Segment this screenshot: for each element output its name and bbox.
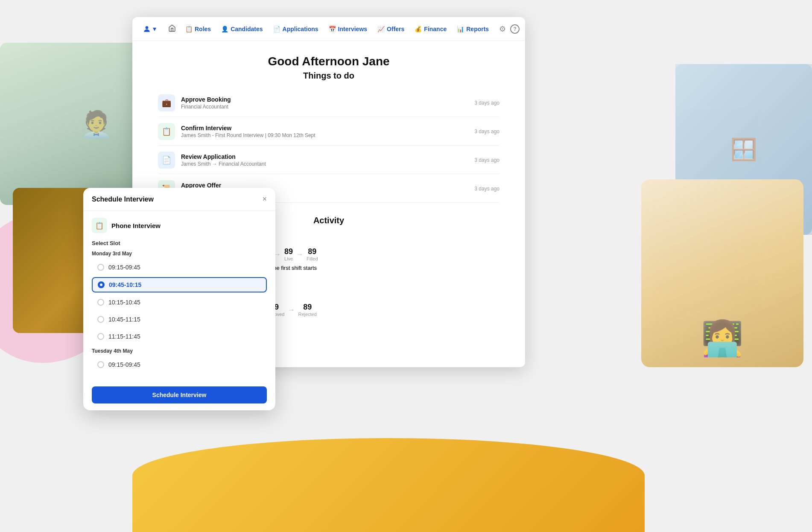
todo-item[interactable]: 💼 Approve Booking Financial Accountant 3… — [158, 89, 499, 117]
nav-applications-label: Applications — [283, 26, 318, 32]
todo-info: Review Application James Smith → Financi… — [181, 153, 468, 167]
todo-time: 3 days ago — [474, 100, 499, 106]
nav-interviews-label: Interviews — [338, 26, 367, 32]
todo-item[interactable]: 📄 Review Application James Smith → Finan… — [158, 146, 499, 174]
schedule-interview-button[interactable]: Schedule Interview — [92, 386, 267, 403]
todo-subtitle: Financial Accountant — [181, 104, 468, 110]
nav-reports-label: Reports — [466, 26, 489, 32]
stat-filled: 89 Filled — [307, 247, 318, 261]
todo-icon-review: 📄 — [158, 152, 175, 169]
stat-filled-label: Filled — [307, 256, 318, 261]
stat-rejected-label: Rejected — [298, 312, 316, 317]
nav-roles-label: Roles — [195, 26, 211, 32]
nav-offers[interactable]: 📈 Offers — [373, 23, 409, 35]
todo-item[interactable]: 📋 Confirm Interview James Smith - First … — [158, 118, 499, 146]
candidates-icon: 👤 — [221, 26, 228, 32]
things-to-do-title: Things to do — [158, 71, 499, 81]
radio-circle — [97, 299, 104, 306]
slot-time: 10:45-11:15 — [108, 316, 140, 323]
todo-list: 💼 Approve Booking Financial Accountant 3… — [158, 89, 499, 203]
nav-roles[interactable]: 📋 Roles — [181, 23, 215, 35]
nav-bar: ▾ 📋 Roles 👤 Candidates 📄 Applications 📅 … — [132, 17, 525, 41]
offers-icon: 📈 — [377, 26, 385, 32]
todo-info: Approve Booking Financial Accountant — [181, 96, 468, 110]
slot-option[interactable]: 10:45-11:15 — [92, 312, 267, 327]
todo-subtitle: James Smith - First Round Interview | 09… — [181, 132, 468, 138]
finance-icon: 💰 — [415, 26, 422, 32]
slot-option[interactable]: 11:15-11:45 — [92, 329, 267, 344]
todo-info: Confirm Interview James Smith - First Ro… — [181, 125, 468, 138]
svg-point-0 — [146, 26, 149, 29]
schedule-interview-modal: Schedule Interview × 📋 Phone Interview S… — [83, 188, 275, 410]
slot-time: 09:45-10:15 — [109, 281, 141, 288]
nav-candidates-label: Candidates — [231, 26, 263, 32]
interview-type: 📋 Phone Interview — [92, 218, 267, 233]
slot-time: 10:15-10:45 — [108, 299, 140, 306]
roles-icon: 📋 — [185, 26, 193, 32]
stat-filled-num: 89 — [308, 247, 316, 256]
nav-candidates[interactable]: 👤 Candidates — [217, 23, 267, 35]
slot-option-selected[interactable]: 09:45-10:15 — [92, 277, 267, 292]
applications-icon: 📄 — [273, 26, 280, 32]
stat-rejected-num: 89 — [303, 303, 312, 312]
stat-live: 89 Live — [284, 247, 293, 261]
slot-option[interactable]: 09:15-09:45 — [92, 260, 267, 275]
radio-circle — [97, 333, 104, 340]
slot-option[interactable]: 10:15-10:45 — [92, 295, 267, 310]
modal-header: Schedule Interview × — [83, 188, 275, 211]
interview-type-label: Phone Interview — [111, 222, 161, 229]
todo-subtitle: James Smith → Financial Accountant — [181, 161, 468, 167]
radio-circle-checked — [98, 281, 105, 288]
select-slot-label: Select Slot — [92, 240, 267, 246]
help-button[interactable]: ? — [510, 24, 520, 34]
todo-title: Confirm Interview — [181, 125, 468, 132]
todo-title: Approve Booking — [181, 96, 468, 103]
slot-time: 09:15-09:45 — [108, 264, 140, 271]
date-label-tuesday: Tuesday 4th May — [92, 348, 267, 354]
stat-live-label: Live — [284, 256, 293, 261]
settings-button[interactable]: ⚙ — [497, 22, 508, 36]
todo-time: 3 days ago — [474, 157, 499, 163]
radio-circle — [97, 264, 104, 271]
radio-circle — [97, 316, 104, 323]
bg-photo-woman-laptop: 👩‍💻 — [641, 179, 803, 367]
slot-time: 11:15-11:45 — [108, 333, 140, 340]
stat-rejected: 89 Rejected — [298, 303, 316, 317]
slot-option[interactable]: 09:15-09:45 — [92, 357, 267, 372]
todo-icon-booking: 💼 — [158, 94, 175, 111]
todo-icon-interview: 📋 — [158, 123, 175, 140]
modal-title: Schedule Interview — [92, 196, 154, 203]
radio-circle — [97, 361, 104, 368]
stat-live-num: 89 — [284, 247, 293, 256]
nav-reports[interactable]: 📊 Reports — [453, 23, 493, 35]
modal-footer: Schedule Interview — [83, 381, 275, 410]
todo-time: 3 days ago — [474, 129, 499, 134]
nav-interviews[interactable]: 📅 Interviews — [324, 23, 371, 35]
reports-icon: 📊 — [457, 26, 464, 32]
arrow-icon: → — [296, 251, 303, 258]
nav-finance[interactable]: 💰 Finance — [410, 23, 451, 35]
todo-title: Review Application — [181, 153, 468, 160]
user-menu-button[interactable]: ▾ — [143, 25, 156, 33]
modal-body: 📋 Phone Interview Select Slot Monday 3rd… — [83, 211, 275, 381]
nav-offers-label: Offers — [387, 26, 404, 32]
date-label-monday: Monday 3rd May — [92, 251, 267, 257]
slot-time: 09:15-09:45 — [108, 361, 140, 368]
arrow-icon: → — [288, 306, 295, 314]
modal-close-button[interactable]: × — [262, 195, 267, 204]
interviews-icon: 📅 — [329, 26, 336, 32]
nav-applications[interactable]: 📄 Applications — [269, 23, 323, 35]
interview-type-icon: 📋 — [92, 218, 107, 233]
nav-finance-label: Finance — [424, 26, 447, 32]
greeting-text: Good Afternoon Jane — [158, 55, 499, 68]
home-button[interactable] — [165, 22, 179, 36]
user-chevron: ▾ — [153, 25, 156, 33]
todo-time: 3 days ago — [474, 186, 499, 192]
bottom-curve-decoration — [132, 438, 645, 532]
